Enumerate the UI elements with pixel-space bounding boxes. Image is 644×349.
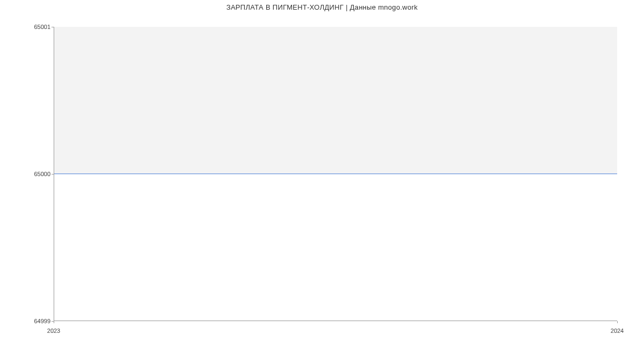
x-tick-mark [54, 321, 54, 323]
x-tick-label: 2024 [611, 328, 624, 334]
chart-title: ЗАРПЛАТА В ПИГМЕНТ-ХОЛДИНГ | Данные mnog… [0, 3, 644, 11]
x-tick-label: 2023 [47, 328, 60, 334]
y-tick-mark [52, 27, 54, 27]
plot-lower-bg [54, 174, 617, 321]
y-tick-label: 65000 [18, 171, 50, 177]
x-tick-mark [617, 321, 618, 323]
y-tick-mark [52, 174, 54, 174]
data-line [54, 173, 617, 174]
y-tick-label: 65001 [18, 24, 50, 30]
plot-area [54, 27, 617, 321]
plot-upper-bg [54, 27, 617, 174]
y-tick-label: 64999 [18, 318, 50, 324]
